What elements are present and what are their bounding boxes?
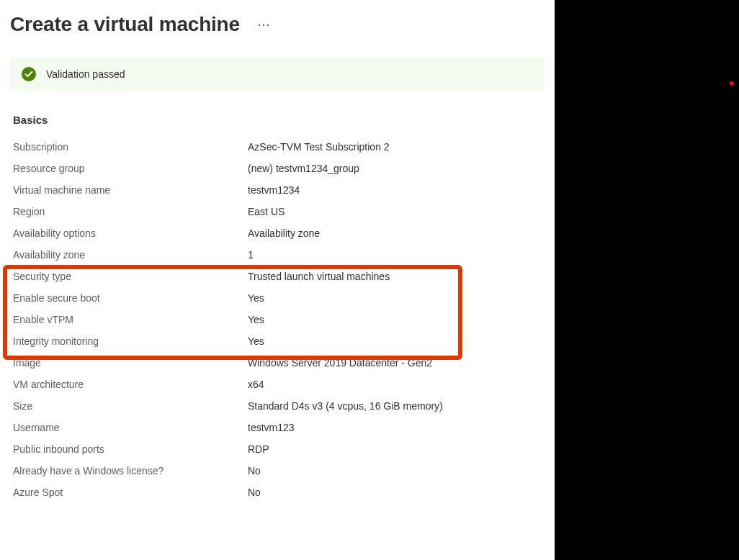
row-public-inbound-ports: Public inbound ports RDP [13,438,542,460]
row-enable-secure-boot: Enable secure boot Yes [13,287,542,309]
row-subscription: Subscription AzSec-TVM Test Subscription… [13,136,542,158]
validation-status-text: Validation passed [46,68,125,80]
label-resource-group: Resource group [13,161,248,176]
label-availability-options: Availability options [13,226,248,240]
row-azure-spot: Azure Spot No [13,482,542,503]
label-azure-spot: Azure Spot [13,485,248,500]
label-enable-vtpm: Enable vTPM [13,312,248,327]
value-enable-secure-boot: Yes [248,291,264,305]
row-vm-architecture: VM architecture x64 [13,374,542,395]
value-resource-group: (new) testvm1234_group [248,161,359,176]
row-availability-zone: Availability zone 1 [13,244,542,266]
value-availability-options: Availability zone [248,226,320,240]
label-security-type: Security type [13,269,248,284]
row-security-type: Security type Trusted launch virtual mac… [13,266,542,287]
label-integrity-monitoring: Integrity monitoring [13,334,248,348]
label-vm-architecture: VM architecture [13,377,248,392]
value-subscription: AzSec-TVM Test Subscription 2 [248,140,390,154]
label-windows-license: Already have a Windows license? [13,464,248,478]
section-title-basics: Basics [0,101,555,132]
label-size: Size [13,399,248,413]
page-header: Create a virtual machine ⋯ [0,0,555,45]
row-size: Size Standard D4s v3 (4 vcpus, 16 GiB me… [13,395,542,417]
value-azure-spot: No [248,485,261,500]
label-availability-zone: Availability zone [13,248,248,262]
label-image: Image [13,356,248,370]
row-vm-name: Virtual machine name testvm1234 [13,179,542,201]
more-actions-icon[interactable]: ⋯ [254,17,274,32]
label-vm-name: Virtual machine name [13,183,248,197]
value-vm-name: testvm1234 [248,183,300,197]
value-public-inbound-ports: RDP [248,442,269,456]
value-region: East US [248,204,285,219]
check-circle-icon [22,67,36,81]
value-windows-license: No [248,464,261,478]
row-windows-license: Already have a Windows license? No [13,460,542,482]
value-security-type: Trusted launch virtual machines [248,269,390,284]
value-size: Standard D4s v3 (4 vcpus, 16 GiB memory) [248,399,443,413]
value-enable-vtpm: Yes [248,312,264,327]
create-vm-panel: Create a virtual machine ⋯ Validation pa… [0,0,555,560]
value-availability-zone: 1 [248,248,254,262]
value-image: Windows Server 2019 Datacenter - Gen2 [248,356,432,370]
page-title: Create a virtual machine [10,13,240,36]
label-username: Username [13,420,248,435]
row-username: Username testvm123 [13,417,542,438]
value-vm-architecture: x64 [248,377,264,392]
label-subscription: Subscription [13,140,248,154]
row-availability-options: Availability options Availability zone [13,222,542,244]
row-image: Image Windows Server 2019 Datacenter - G… [13,352,542,374]
label-enable-secure-boot: Enable secure boot [13,291,248,305]
value-integrity-monitoring: Yes [248,334,264,348]
basics-details: Subscription AzSec-TVM Test Subscription… [0,132,555,503]
row-resource-group: Resource group (new) testvm1234_group [13,158,542,179]
label-region: Region [13,204,248,219]
row-enable-vtpm: Enable vTPM Yes [13,309,542,330]
row-integrity-monitoring: Integrity monitoring Yes [13,330,542,352]
row-region: Region East US [13,201,542,222]
label-public-inbound-ports: Public inbound ports [13,442,248,456]
value-username: testvm123 [248,420,295,435]
validation-banner: Validation passed [10,58,545,91]
annotation-dot-icon [730,81,734,86]
